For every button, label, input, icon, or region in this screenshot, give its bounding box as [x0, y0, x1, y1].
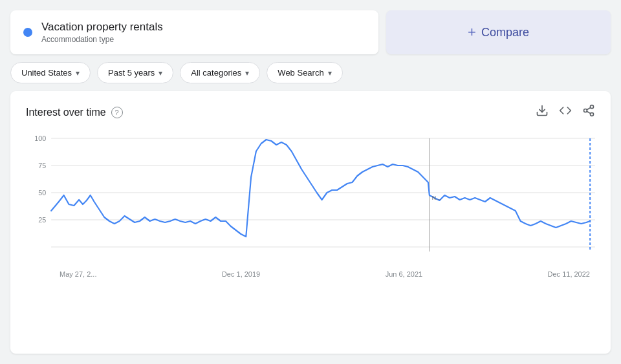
- svg-line-5: [587, 107, 591, 109]
- chart-actions: [536, 104, 595, 120]
- compare-label: Compare: [481, 26, 529, 39]
- svg-line-4: [587, 111, 591, 113]
- region-chevron-icon: ▾: [76, 69, 80, 78]
- chart-header: Interest over time ?: [26, 104, 595, 120]
- x-axis-labels: May 27, 2... Dec 1, 2019 Jun 6, 2021 Dec…: [26, 268, 595, 278]
- region-filter-label: United States: [21, 68, 72, 78]
- x-label-4: Dec 11, 2022: [548, 270, 590, 278]
- compare-plus-icon: +: [468, 24, 476, 41]
- x-label-1: May 27, 2...: [60, 270, 96, 278]
- time-chevron-icon: ▾: [158, 69, 162, 78]
- help-icon[interactable]: ?: [111, 107, 123, 118]
- category-filter-label: All categories: [191, 68, 241, 78]
- search-type-chevron-icon: ▾: [328, 69, 332, 78]
- term-title: Vacation property rentals: [41, 21, 163, 34]
- embed-button[interactable]: [559, 104, 572, 120]
- term-dot: [23, 28, 32, 37]
- chart-card: Interest over time ?: [10, 91, 611, 354]
- compare-button[interactable]: + Compare: [386, 10, 611, 54]
- svg-text:50: 50: [38, 189, 46, 197]
- search-type-filter[interactable]: Web Search ▾: [267, 62, 342, 83]
- share-button[interactable]: [582, 104, 595, 120]
- time-filter[interactable]: Past 5 years ▾: [97, 62, 173, 83]
- download-button[interactable]: [536, 104, 549, 120]
- svg-text:100: 100: [34, 134, 46, 142]
- svg-text:N...: N...: [432, 195, 441, 201]
- chart-title-group: Interest over time ?: [26, 107, 123, 118]
- term-subtitle: Accommodation type: [41, 35, 163, 44]
- category-chevron-icon: ▾: [245, 69, 249, 78]
- svg-text:75: 75: [38, 162, 46, 169]
- region-filter[interactable]: United States ▾: [10, 62, 91, 83]
- term-info: Vacation property rentals Accommodation …: [41, 21, 163, 44]
- x-label-3: Jun 6, 2021: [386, 270, 423, 278]
- filters-row: United States ▾ Past 5 years ▾ All categ…: [10, 62, 611, 83]
- chart-title: Interest over time: [26, 107, 106, 118]
- category-filter[interactable]: All categories ▾: [180, 62, 260, 83]
- svg-text:25: 25: [38, 216, 46, 224]
- x-label-2: Dec 1, 2019: [222, 270, 260, 278]
- top-row: Vacation property rentals Accommodation …: [10, 10, 611, 54]
- time-filter-label: Past 5 years: [108, 68, 155, 78]
- trend-chart: 100 75 50 25 N...: [26, 125, 595, 268]
- search-type-filter-label: Web Search: [278, 68, 323, 78]
- term-card: Vacation property rentals Accommodation …: [10, 10, 378, 54]
